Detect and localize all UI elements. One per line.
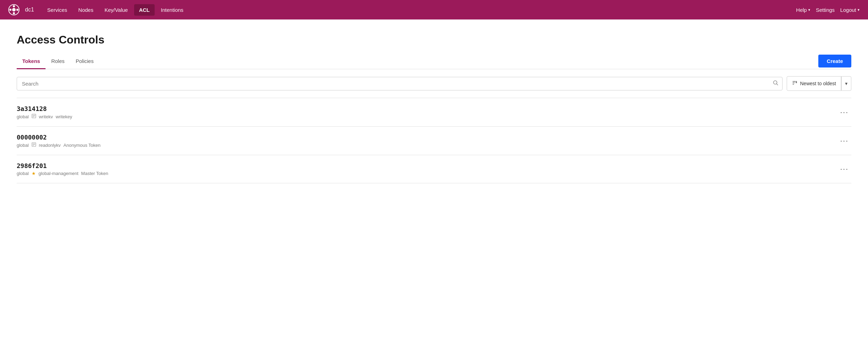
tab-policies[interactable]: Policies	[70, 55, 99, 69]
nav-intentions[interactable]: Intentions	[156, 4, 188, 16]
token-actions-3[interactable]: ···	[837, 164, 851, 174]
search-input[interactable]	[17, 77, 783, 90]
sort-label: Newest to oldest	[800, 81, 836, 86]
token-scope-1: global	[17, 114, 29, 119]
token-meta-1: global writekv writekey	[17, 114, 837, 119]
settings-link[interactable]: Settings	[816, 7, 835, 13]
table-row: 00000002 global readonlykv Anonymous Tok…	[17, 127, 851, 155]
tabs-bar: Tokens Roles Policies Create	[17, 55, 851, 69]
search-wrapper	[17, 77, 783, 90]
sort-group: Newest to oldest ▾	[787, 76, 852, 91]
navbar: dc1 Services Nodes Key/Value ACL Intenti…	[0, 0, 868, 19]
sort-button[interactable]: Newest to oldest	[787, 76, 842, 91]
logout-menu[interactable]: Logout ▾	[840, 7, 860, 13]
search-row: Newest to oldest ▾	[17, 69, 851, 98]
token-meta-2: global readonlykv Anonymous Token	[17, 142, 837, 148]
sort-dropdown-button[interactable]: ▾	[841, 76, 851, 91]
svg-point-2	[13, 5, 15, 7]
token-actions-1[interactable]: ···	[837, 107, 851, 118]
token-content-1: 3a314128 global writekv writekey	[17, 105, 837, 119]
token-star-icon-3: ★	[32, 171, 36, 176]
table-row: 2986f201 global ★ global-management Mast…	[17, 155, 851, 183]
svg-point-3	[13, 12, 15, 14]
token-name-1: writekey	[56, 114, 72, 119]
tab-tokens[interactable]: Tokens	[17, 55, 46, 69]
svg-point-5	[16, 9, 18, 11]
token-name-2: Anonymous Token	[64, 143, 101, 148]
nav-nodes[interactable]: Nodes	[73, 4, 98, 16]
table-row: 3a314128 global writekv writekey ···	[17, 98, 851, 127]
token-content-3: 2986f201 global ★ global-management Mast…	[17, 162, 837, 176]
token-name-3: Master Token	[81, 171, 108, 176]
page-title: Access Controls	[17, 33, 851, 46]
token-list: 3a314128 global writekv writekey ··· 000…	[17, 98, 851, 183]
tabs-left: Tokens Roles Policies	[17, 55, 818, 69]
token-meta-3: global ★ global-management Master Token	[17, 171, 837, 176]
help-menu[interactable]: Help ▾	[796, 7, 810, 13]
token-policy-2: readonlykv	[39, 143, 61, 148]
sort-icon	[792, 80, 797, 87]
search-icon	[773, 80, 778, 87]
token-id-1: 3a314128	[17, 105, 837, 112]
consul-logo	[8, 4, 19, 15]
navbar-right: Help ▾ Settings Logout ▾	[796, 7, 860, 13]
nav-acl[interactable]: ACL	[134, 4, 155, 16]
create-button[interactable]: Create	[818, 55, 851, 67]
token-scope-2: global	[17, 143, 29, 148]
token-content-2: 00000002 global readonlykv Anonymous Tok…	[17, 134, 837, 148]
logout-chevron-icon: ▾	[858, 8, 860, 12]
svg-point-1	[12, 8, 16, 11]
token-policy-3: global-management	[39, 171, 79, 176]
token-policy-icon-2	[32, 142, 36, 148]
nav-keyvalue[interactable]: Key/Value	[100, 4, 133, 16]
sort-chevron-icon: ▾	[845, 81, 847, 86]
svg-line-7	[777, 84, 778, 85]
main-content: Access Controls Tokens Roles Policies Cr…	[0, 19, 868, 343]
nav-services[interactable]: Services	[42, 4, 72, 16]
token-scope-3: global	[17, 171, 29, 176]
datacenter-label: dc1	[25, 7, 34, 13]
token-actions-2[interactable]: ···	[837, 136, 851, 146]
tab-roles[interactable]: Roles	[46, 55, 70, 69]
token-policy-1: writekv	[39, 114, 53, 119]
token-id-3: 2986f201	[17, 162, 837, 169]
token-policy-icon-1	[32, 114, 36, 119]
nav-links: Services Nodes Key/Value ACL Intentions	[42, 4, 796, 16]
svg-point-4	[9, 9, 11, 11]
token-id-2: 00000002	[17, 134, 837, 141]
help-chevron-icon: ▾	[808, 8, 810, 12]
